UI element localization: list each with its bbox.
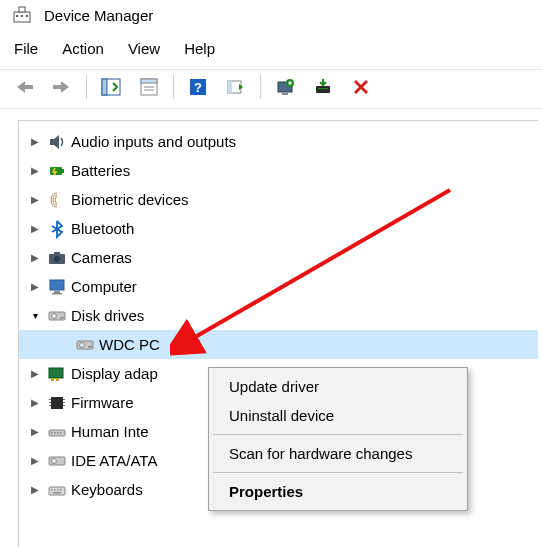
chevron-right-icon[interactable]: ▶ [27,165,43,176]
svg-rect-40 [49,399,51,400]
chevron-right-icon[interactable]: ▶ [27,281,43,292]
menu-view[interactable]: View [128,40,160,57]
menu-file[interactable]: File [14,40,38,57]
svg-text:?: ? [194,80,202,95]
svg-rect-32 [60,317,64,319]
menu-action[interactable]: Action [62,40,104,57]
svg-rect-39 [51,397,63,409]
camera-icon [43,248,71,268]
properties-button[interactable] [131,72,167,102]
toolbar-separator [260,75,261,99]
window-title: Device Manager [44,7,153,24]
ctx-uninstall-device[interactable]: Uninstall device [211,401,465,430]
ctx-scan-hardware[interactable]: Scan for hardware changes [211,439,465,468]
svg-rect-47 [51,432,53,434]
tree-item-batteries[interactable]: ▶ Batteries [19,156,538,185]
chevron-right-icon[interactable]: ▶ [27,455,43,466]
scan-hardware-button[interactable] [218,72,254,102]
update-driver-button[interactable] [267,72,303,102]
svg-rect-44 [63,402,65,403]
svg-rect-28 [54,291,60,293]
chevron-right-icon[interactable]: ▶ [27,194,43,205]
svg-rect-8 [102,79,107,95]
help-button[interactable]: ? [180,72,216,102]
show-hide-tree-button[interactable] [93,72,129,102]
speaker-icon [43,132,71,152]
ctx-separator [213,434,463,435]
chevron-right-icon[interactable]: ▶ [27,397,43,408]
keyboard-icon [43,480,71,500]
chevron-right-icon[interactable]: ▶ [27,484,43,495]
tree-label: Biometric devices [71,191,189,208]
chevron-right-icon[interactable]: ▶ [27,426,43,437]
toolbar-separator [86,75,87,99]
menu-help[interactable]: Help [184,40,215,57]
svg-rect-27 [50,280,64,290]
tree-item-bluetooth[interactable]: ▶ Bluetooth [19,214,538,243]
menubar: File Action View Help [0,30,542,69]
svg-rect-50 [60,432,62,434]
back-button[interactable] [6,72,42,102]
tree-label: Disk drives [71,307,144,324]
tree-item-cameras[interactable]: ▶ Cameras [19,243,538,272]
svg-rect-26 [54,252,60,255]
svg-point-25 [54,256,60,262]
svg-rect-42 [49,405,51,406]
svg-rect-16 [228,81,232,93]
context-menu: Update driver Uninstall device Scan for … [208,367,468,511]
app-icon [8,6,36,24]
computer-icon [43,277,71,297]
svg-rect-20 [316,86,330,93]
svg-rect-36 [49,368,63,378]
svg-rect-4 [26,15,28,17]
svg-rect-3 [21,15,23,17]
tree-label: Computer [71,278,137,295]
toolbar-separator [173,75,174,99]
chevron-right-icon[interactable]: ▶ [27,252,43,263]
svg-rect-54 [51,489,53,491]
disable-device-button[interactable] [343,72,379,102]
svg-rect-21 [318,88,328,89]
svg-rect-45 [63,405,65,406]
svg-rect-41 [49,402,51,403]
tree-item-audio[interactable]: ▶ Audio inputs and outputs [19,127,538,156]
tree-label: Display adap [71,365,158,382]
tree-item-disk-child[interactable]: WDC PC [19,330,538,359]
svg-rect-38 [56,378,59,381]
toolbar: ? [0,69,542,109]
tree-label: Human Inte [71,423,149,440]
svg-rect-58 [53,492,61,494]
svg-rect-29 [52,293,62,295]
svg-rect-22 [50,167,62,175]
disk-drive-icon [43,306,71,326]
svg-rect-37 [51,378,54,381]
firmware-icon [43,393,71,413]
chevron-right-icon[interactable]: ▶ [27,136,43,147]
svg-rect-6 [53,85,62,89]
ctx-separator [213,472,463,473]
fingerprint-icon [43,190,71,210]
svg-rect-56 [57,489,59,491]
svg-rect-57 [60,489,62,491]
ctx-properties[interactable]: Properties [211,477,465,506]
ctx-update-driver[interactable]: Update driver [211,372,465,401]
svg-rect-23 [62,169,64,173]
ide-icon [43,451,71,471]
chevron-right-icon[interactable]: ▶ [27,368,43,379]
tree-item-computer[interactable]: ▶ Computer [19,272,538,301]
tree-label: Batteries [71,162,130,179]
svg-rect-5 [24,85,33,89]
forward-button[interactable] [44,72,80,102]
svg-rect-10 [141,79,157,83]
display-adapter-icon [43,364,71,384]
svg-point-52 [52,458,57,463]
tree-item-disk-drives[interactable]: ▾ Disk drives [19,301,538,330]
chevron-right-icon[interactable]: ▶ [27,223,43,234]
tree-item-biometric[interactable]: ▶ Biometric devices [19,185,538,214]
svg-rect-35 [88,346,92,348]
uninstall-device-button[interactable] [305,72,341,102]
svg-rect-55 [54,489,56,491]
chevron-down-icon[interactable]: ▾ [27,310,43,321]
svg-rect-49 [57,432,59,434]
svg-rect-53 [49,487,65,495]
